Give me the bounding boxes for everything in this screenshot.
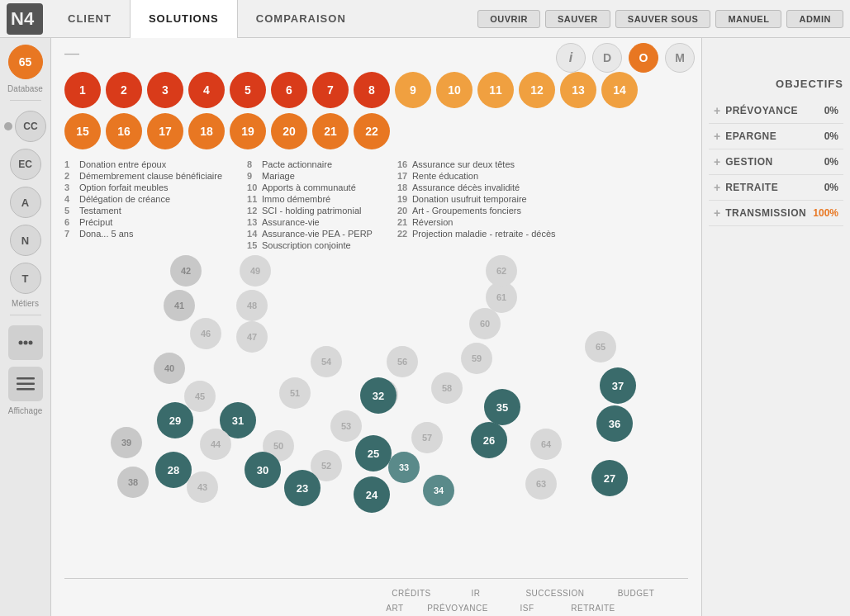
objectif-transmission-name: Transmission (725, 207, 806, 219)
scatter-bubble-36[interactable]: 36 (596, 405, 633, 442)
o-icon-circle[interactable]: O (629, 43, 658, 73)
legend-col-3: 16Assurance sur deux têtes 17Rente éduca… (397, 159, 556, 250)
sidebar-ec[interactable]: EC (10, 149, 41, 180)
info-icon-circle[interactable]: i (556, 43, 586, 73)
scatter-bubble-25[interactable]: 25 (355, 435, 392, 471)
objectif-transmission[interactable]: + Transmission 100% (709, 201, 843, 226)
scatter-bubble-24[interactable]: 24 (354, 476, 390, 513)
bubble-15[interactable]: 15 (64, 113, 101, 149)
scatter-bubble-57[interactable]: 57 (411, 422, 443, 453)
objectif-retraite[interactable]: + Retraite 0% (709, 175, 843, 201)
btn-ouvrir[interactable]: Ouvrir (477, 10, 540, 28)
bubble-9[interactable]: 9 (395, 72, 431, 108)
scatter-bubble-26[interactable]: 26 (471, 422, 507, 458)
scatter-bubble-47[interactable]: 47 (236, 321, 268, 353)
bubble-3[interactable]: 3 (147, 72, 183, 108)
legend-13: 13Assurance-vie (247, 217, 373, 227)
scatter-bubble-33[interactable]: 33 (388, 452, 420, 483)
btn-sauver[interactable]: Sauver (545, 10, 610, 28)
scatter-bubble-64[interactable]: 64 (530, 429, 562, 460)
bubble-4[interactable]: 4 (188, 72, 225, 108)
scatter-bubble-43[interactable]: 43 (187, 471, 218, 503)
tab-comparaison[interactable]: Comparaison (238, 0, 364, 38)
tab-client[interactable]: Client (50, 0, 130, 38)
scatter-bubble-39[interactable]: 39 (111, 427, 142, 458)
scatter-bubble-30[interactable]: 30 (245, 452, 281, 488)
sidebar-cc[interactable]: CC (15, 111, 46, 142)
scatter-bubble-59[interactable]: 59 (461, 343, 492, 374)
objectif-epargne[interactable]: + Epargne 0% (709, 124, 843, 149)
bubble-10[interactable]: 10 (436, 72, 472, 108)
scatter-bubble-65[interactable]: 65 (585, 331, 616, 362)
btn-admin[interactable]: Admin (786, 10, 843, 28)
sidebar-t[interactable]: T (10, 263, 41, 294)
bubble-16[interactable]: 16 (106, 113, 142, 149)
bubble-12[interactable]: 12 (519, 72, 555, 108)
content-area: i D O M — 1 2 3 4 5 6 7 8 9 10 11 12 1 (51, 38, 701, 616)
bubble-20[interactable]: 20 (271, 113, 307, 149)
bubble-22[interactable]: 22 (354, 113, 390, 149)
scatter-bubble-32[interactable]: 32 (360, 377, 397, 414)
sidebar-menu-icon[interactable] (8, 367, 43, 401)
objectif-prevoyance-name: Prévoyance (725, 105, 798, 116)
scatter-bubble-45[interactable]: 45 (184, 381, 216, 412)
bubble-1[interactable]: 1 (64, 72, 101, 108)
scatter-bubble-27[interactable]: 27 (591, 460, 628, 496)
sidebar-n[interactable]: N (10, 225, 41, 256)
objectif-gestion[interactable]: + Gestion 0% (709, 149, 843, 175)
bubble-5[interactable]: 5 (230, 72, 266, 108)
bubble-11[interactable]: 11 (477, 72, 514, 108)
bubble-8[interactable]: 8 (354, 72, 390, 108)
bubble-7[interactable]: 7 (312, 72, 349, 108)
scatter-bubble-54[interactable]: 54 (311, 346, 342, 377)
scatter-bubble-62[interactable]: 62 (486, 255, 517, 287)
scatter-bubble-51[interactable]: 51 (279, 377, 311, 409)
scatter-bubble-49[interactable]: 49 (240, 255, 271, 287)
scatter-bubble-38[interactable]: 38 (117, 467, 149, 498)
scatter-bubble-35[interactable]: 35 (484, 389, 520, 425)
scatter-bubble-37[interactable]: 37 (600, 367, 636, 404)
btn-sauver-sous[interactable]: Sauver Sous (615, 10, 711, 28)
bubble-6[interactable]: 6 (271, 72, 307, 108)
scatter-bubble-42[interactable]: 42 (170, 255, 202, 287)
svg-rect-6 (17, 383, 35, 386)
bubble-17[interactable]: 17 (147, 113, 183, 149)
axis-credits: Crédits (392, 589, 430, 598)
bubble-2[interactable]: 2 (106, 72, 142, 108)
btn-manuel[interactable]: Manuel (715, 10, 781, 28)
m-icon-circle[interactable]: M (665, 43, 695, 73)
objectif-transmission-plus: + (714, 206, 720, 220)
scatter-bubble-40[interactable]: 40 (154, 353, 185, 384)
objectif-epargne-pct: 0% (824, 130, 838, 142)
scatter-bubble-53[interactable]: 53 (330, 410, 362, 442)
nav-right-buttons: Ouvrir Sauver Sauver Sous Manuel Admin (477, 10, 843, 28)
bubble-21[interactable]: 21 (312, 113, 349, 149)
scatter-bubble-60[interactable]: 60 (469, 308, 501, 339)
scatter-bubble-23[interactable]: 23 (284, 470, 321, 506)
sidebar-db-label: Database (7, 84, 43, 93)
scatter-bubble-48[interactable]: 48 (236, 290, 268, 321)
objectifs-title: Objectifs (709, 45, 843, 90)
scatter-bubble-46[interactable]: 46 (190, 318, 221, 349)
bubble-13[interactable]: 13 (560, 72, 596, 108)
scatter-bubble-28[interactable]: 28 (155, 452, 192, 488)
axis-succession: Succession (525, 589, 584, 598)
scatter-bubble-29[interactable]: 29 (157, 402, 193, 438)
tab-solutions[interactable]: Solutions (130, 0, 238, 38)
scatter-bubble-44[interactable]: 44 (200, 429, 231, 460)
sidebar-number[interactable]: 65 (8, 45, 43, 79)
sidebar-dots-icon[interactable] (8, 325, 43, 360)
scatter-bubble-63[interactable]: 63 (525, 468, 557, 500)
scatter-bubble-58[interactable]: 58 (431, 372, 463, 404)
d-icon-circle[interactable]: D (592, 43, 622, 73)
scatter-bubble-56[interactable]: 56 (387, 346, 418, 377)
objectif-gestion-name: Gestion (725, 156, 773, 168)
scatter-bubble-34[interactable]: 34 (423, 475, 454, 506)
axis-budget: Budget (618, 589, 655, 598)
bubble-14[interactable]: 14 (601, 72, 638, 108)
scatter-bubble-41[interactable]: 41 (164, 290, 195, 321)
sidebar-a[interactable]: A (10, 187, 41, 218)
bubble-19[interactable]: 19 (230, 113, 266, 149)
objectif-prevoyance[interactable]: + Prévoyance 0% (709, 98, 843, 124)
bubble-18[interactable]: 18 (188, 113, 225, 149)
